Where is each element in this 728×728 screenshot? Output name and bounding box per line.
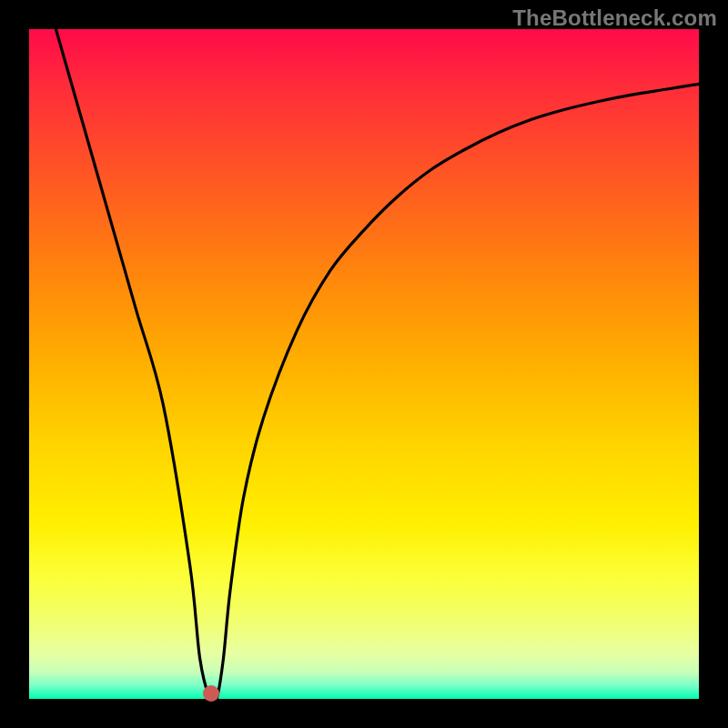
chart-frame: TheBottleneck.com	[0, 0, 728, 728]
curve-layer	[29, 29, 699, 699]
bottleneck-curve	[56, 29, 699, 699]
optimal-point-marker	[203, 685, 219, 702]
watermark-text: TheBottleneck.com	[512, 5, 717, 31]
plot-area	[29, 29, 699, 699]
